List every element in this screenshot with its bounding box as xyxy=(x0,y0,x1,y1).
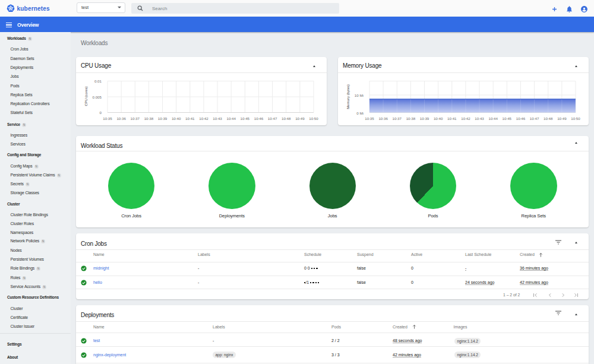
svg-text:10:47: 10:47 xyxy=(530,116,539,120)
svg-text:10:42: 10:42 xyxy=(199,116,208,120)
svg-text:10:39: 10:39 xyxy=(158,116,168,120)
svg-text:10:40: 10:40 xyxy=(172,116,181,120)
svg-text:10:41: 10:41 xyxy=(185,116,195,120)
svg-text:10:39: 10:39 xyxy=(420,116,429,120)
svg-text:10 Mi: 10 Mi xyxy=(355,93,364,97)
svg-text:10:43: 10:43 xyxy=(213,116,222,120)
svg-text:10:50: 10:50 xyxy=(571,116,580,120)
svg-text:10:47: 10:47 xyxy=(268,116,277,120)
svg-text:10:40: 10:40 xyxy=(434,116,443,120)
svg-text:10:46: 10:46 xyxy=(254,116,264,120)
svg-text:10:45: 10:45 xyxy=(503,116,512,120)
svg-text:10:43: 10:43 xyxy=(475,116,484,120)
svg-text:10:38: 10:38 xyxy=(406,116,416,120)
svg-text:10:38: 10:38 xyxy=(144,116,154,120)
svg-text:0.01: 0.01 xyxy=(94,79,102,83)
svg-text:0: 0 xyxy=(100,110,102,115)
svg-text:10:36: 10:36 xyxy=(378,116,388,120)
svg-text:0.005: 0.005 xyxy=(93,94,102,99)
svg-text:10:41: 10:41 xyxy=(447,116,457,120)
svg-text:10:37: 10:37 xyxy=(131,116,140,120)
svg-text:10:48: 10:48 xyxy=(282,116,291,120)
svg-text:Memory (bytes): Memory (bytes) xyxy=(346,84,350,109)
svg-text:0 Mi: 0 Mi xyxy=(356,110,364,115)
svg-text:10:45: 10:45 xyxy=(241,116,250,120)
svg-text:CPU (cores): CPU (cores) xyxy=(84,86,88,106)
svg-text:10:44: 10:44 xyxy=(488,116,498,120)
svg-text:10:50: 10:50 xyxy=(309,116,318,120)
svg-text:10:49: 10:49 xyxy=(557,116,567,120)
svg-text:10:35: 10:35 xyxy=(103,116,112,120)
svg-text:10:36: 10:36 xyxy=(116,116,126,120)
svg-text:10:48: 10:48 xyxy=(544,116,553,120)
svg-text:10:37: 10:37 xyxy=(393,116,402,120)
svg-text:10:42: 10:42 xyxy=(461,116,470,120)
svg-text:10:44: 10:44 xyxy=(226,116,236,120)
svg-text:10:49: 10:49 xyxy=(295,116,305,120)
svg-text:10:35: 10:35 xyxy=(365,116,374,120)
svg-text:10:46: 10:46 xyxy=(516,116,526,120)
